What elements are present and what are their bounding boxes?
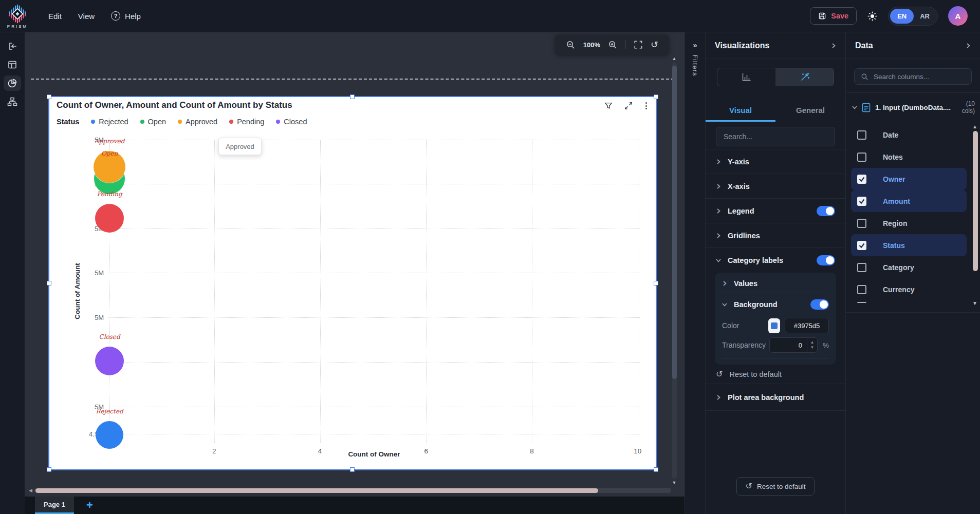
bubble-closed[interactable] bbox=[95, 347, 124, 375]
color-hex-input[interactable]: #3975d5 bbox=[785, 318, 829, 333]
rail-model-button[interactable] bbox=[4, 94, 21, 109]
section-y-axis[interactable]: Y-axis bbox=[706, 149, 845, 174]
field-checkbox-category[interactable] bbox=[857, 263, 866, 272]
section-legend[interactable]: Legend bbox=[706, 199, 845, 223]
tab-general[interactable]: General bbox=[775, 100, 845, 122]
scroll-down-icon[interactable]: ▼ bbox=[972, 300, 977, 306]
section-gridlines[interactable]: Gridlines bbox=[706, 223, 845, 248]
page-tab-1[interactable]: Page 1 bbox=[35, 497, 74, 514]
bubble-rejected[interactable] bbox=[96, 421, 123, 449]
reset-category-labels-link[interactable]: ↺ Reset to default bbox=[706, 365, 845, 384]
scroll-left-icon[interactable]: ◀ bbox=[29, 488, 32, 493]
rail-layout-button[interactable] bbox=[4, 57, 21, 72]
more-options-icon[interactable] bbox=[644, 102, 649, 109]
theme-toggle-button[interactable] bbox=[867, 11, 878, 22]
legend-dot bbox=[229, 120, 233, 124]
user-avatar[interactable]: A bbox=[948, 6, 968, 26]
field-checkbox-notes[interactable] bbox=[857, 153, 866, 162]
lang-en-button[interactable]: EN bbox=[890, 9, 914, 24]
hscroll-thumb[interactable] bbox=[35, 488, 598, 493]
vscroll-track[interactable] bbox=[672, 63, 677, 479]
field-row-amount[interactable]: Amount bbox=[851, 190, 967, 212]
menu-view[interactable]: View bbox=[78, 12, 95, 21]
chart-type-button[interactable] bbox=[717, 68, 775, 86]
field-checkbox-currency[interactable] bbox=[857, 285, 866, 294]
chevron-right-icon[interactable] bbox=[966, 43, 971, 49]
field-row-category[interactable]: Category bbox=[851, 256, 967, 278]
viz-tabs: Visual General bbox=[706, 100, 845, 122]
field-checkbox-status[interactable] bbox=[857, 241, 866, 250]
filters-tab[interactable]: Filters bbox=[691, 54, 699, 76]
fit-screen-button[interactable] bbox=[634, 40, 643, 49]
legend-dot bbox=[276, 120, 280, 124]
background-row[interactable]: Background bbox=[722, 293, 829, 316]
transparency-stepper[interactable]: ▲▼ bbox=[807, 338, 817, 352]
legend-item-closed[interactable]: Closed bbox=[276, 118, 307, 126]
scroll-down-icon[interactable]: ▼ bbox=[672, 480, 677, 485]
color-swatch[interactable] bbox=[768, 318, 780, 333]
zoom-in-button[interactable] bbox=[608, 40, 618, 50]
rail-visualize-button[interactable] bbox=[4, 75, 21, 91]
section-plot-area-background[interactable]: Plot area background bbox=[706, 384, 845, 411]
field-row-currency[interactable]: Currency bbox=[851, 278, 967, 300]
menu-help[interactable]: ? Help bbox=[111, 11, 141, 21]
reset-zoom-button[interactable]: ↺ bbox=[651, 40, 658, 49]
field-checkbox-amount[interactable] bbox=[857, 197, 866, 206]
legend-item-approved[interactable]: Approved bbox=[178, 118, 217, 126]
data-source-row[interactable]: 1. Input (DumboData.... (10cols) bbox=[846, 93, 980, 122]
section-x-axis[interactable]: X-axis bbox=[706, 174, 845, 199]
plot-area: 5M5M5M5M5M5M4.5M246810OpenApprovedPendin… bbox=[108, 140, 640, 443]
chevron-right-icon[interactable] bbox=[831, 43, 836, 49]
v-gridline bbox=[426, 140, 427, 443]
zoom-out-button[interactable] bbox=[566, 40, 576, 50]
transparency-label: Transparency bbox=[722, 341, 769, 349]
collapse-panel-icon[interactable]: » bbox=[693, 41, 697, 49]
lang-ar-button[interactable]: AR bbox=[914, 9, 936, 24]
category-labels-toggle[interactable] bbox=[817, 255, 835, 265]
data-scrollbar-thumb[interactable] bbox=[973, 131, 978, 271]
field-row-region[interactable]: Region bbox=[851, 212, 967, 234]
rail-exit-button[interactable] bbox=[4, 39, 21, 54]
expand-icon[interactable] bbox=[624, 101, 633, 110]
field-checkbox-date[interactable] bbox=[857, 130, 866, 140]
canvas-horizontal-scrollbar[interactable]: ◀ bbox=[29, 487, 671, 493]
section-category-labels[interactable]: Category labels bbox=[706, 248, 845, 273]
add-page-button[interactable]: + bbox=[86, 500, 93, 511]
h-gridline bbox=[108, 362, 640, 363]
field-checkbox-owner[interactable] bbox=[857, 175, 866, 184]
bubble-pending[interactable] bbox=[95, 204, 124, 233]
legend-toggle[interactable] bbox=[817, 206, 835, 216]
field-row-date[interactable]: Date bbox=[851, 124, 967, 146]
field-row-owner[interactable]: Owner bbox=[851, 168, 967, 190]
transparency-input[interactable]: 0 ▲▼ bbox=[769, 337, 818, 353]
app-logo[interactable]: PRISM bbox=[0, 4, 32, 29]
viz-search-input[interactable]: Search... bbox=[716, 127, 835, 146]
save-button[interactable]: Save bbox=[810, 7, 857, 25]
page-boundary bbox=[31, 79, 674, 80]
hscroll-track[interactable] bbox=[34, 488, 671, 493]
legend-item-pending[interactable]: Pending bbox=[229, 118, 264, 126]
field-row-status[interactable]: Status bbox=[851, 234, 967, 256]
values-row[interactable]: Values bbox=[722, 274, 829, 293]
reset-to-default-button[interactable]: ↺ Reset to default bbox=[736, 477, 815, 496]
canvas[interactable]: 100% ↺ Count of Owner, Amount and Count bbox=[25, 32, 685, 514]
legend-item-rejected[interactable]: Rejected bbox=[91, 118, 128, 126]
columns-search-input[interactable]: Search columns... bbox=[854, 68, 972, 85]
filter-icon[interactable] bbox=[604, 101, 613, 110]
chart-widget[interactable]: Count of Owner, Amount and Count of Amou… bbox=[48, 96, 657, 470]
menu-edit[interactable]: Edit bbox=[48, 12, 62, 21]
y-tick-label: 5M bbox=[95, 269, 104, 277]
format-button[interactable] bbox=[775, 68, 834, 86]
chart-tooltip: Approved bbox=[218, 138, 262, 155]
tab-visual[interactable]: Visual bbox=[706, 100, 775, 122]
scroll-up-icon[interactable]: ▲ bbox=[972, 124, 977, 129]
v-gridline bbox=[638, 140, 638, 443]
vscroll-thumb[interactable] bbox=[672, 66, 677, 379]
field-checkbox-region[interactable] bbox=[857, 219, 866, 228]
legend-item-open[interactable]: Open bbox=[140, 118, 166, 126]
field-row-notes[interactable]: Notes bbox=[851, 146, 967, 168]
canvas-vertical-scrollbar[interactable]: ▲ ▼ bbox=[671, 56, 677, 485]
background-toggle[interactable] bbox=[810, 299, 829, 310]
scroll-up-icon[interactable]: ▲ bbox=[672, 56, 677, 61]
exit-icon bbox=[7, 41, 17, 51]
